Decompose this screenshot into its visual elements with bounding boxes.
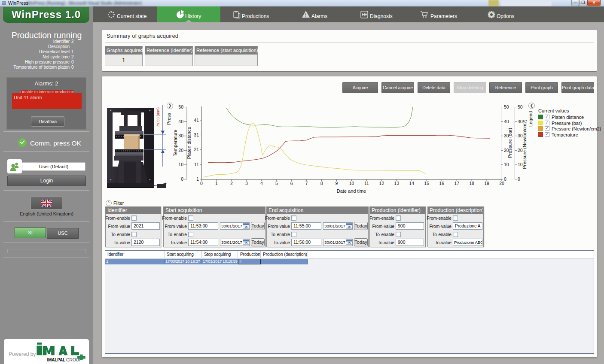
svg-text:15: 15 <box>244 242 248 245</box>
svg-text:15: 15 <box>348 225 351 228</box>
svg-text:IMALPAL: IMALPAL <box>47 358 65 362</box>
svg-text:15: 15 <box>244 225 248 228</box>
svg-text:79,50 (mm): 79,50 (mm) <box>156 107 160 127</box>
svg-text:15: 15 <box>348 242 351 245</box>
